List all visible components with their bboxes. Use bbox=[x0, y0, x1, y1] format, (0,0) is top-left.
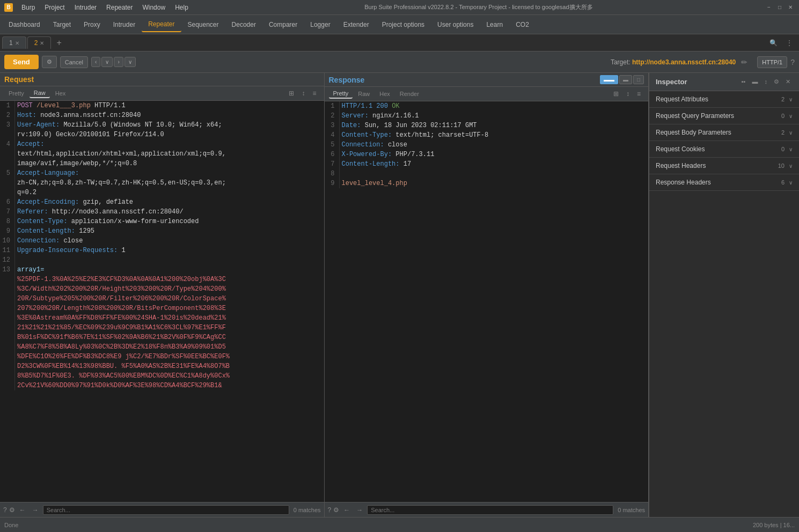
tab-2-close[interactable]: ✕ bbox=[40, 40, 44, 46]
line-number: 7 bbox=[325, 159, 340, 169]
response-search-prev-icon[interactable]: ← bbox=[341, 505, 352, 515]
line-number: 6 bbox=[325, 150, 340, 159]
request-tab-pretty[interactable]: Pretty bbox=[4, 89, 28, 98]
line-content: Connection: close bbox=[17, 236, 83, 246]
inspector-section-header-3[interactable]: Request Cookies0∨ bbox=[649, 141, 799, 157]
send-button[interactable]: Send bbox=[4, 55, 39, 69]
nav-forward-button[interactable]: › bbox=[114, 57, 123, 67]
inspector-icon-2[interactable]: ▬ bbox=[750, 77, 760, 86]
line-number bbox=[0, 381, 15, 390]
view-btn-split[interactable]: ▬▬ bbox=[600, 75, 618, 84]
request-tab-raw[interactable]: Raw bbox=[30, 88, 50, 98]
nav-dashboard[interactable]: Dashboard bbox=[2, 18, 47, 32]
request-tab-hex[interactable]: Hex bbox=[51, 89, 70, 98]
menu-repeater[interactable]: Repeater bbox=[102, 3, 137, 12]
nav-target[interactable]: Target bbox=[47, 18, 77, 32]
inspector-section-header-1[interactable]: Request Query Parameters0∨ bbox=[649, 108, 799, 124]
response-tab-pretty[interactable]: Pretty bbox=[329, 89, 353, 99]
response-search-help-icon[interactable]: ? bbox=[328, 506, 332, 514]
settings-button[interactable]: ⚙ bbox=[42, 56, 57, 68]
menu-burp[interactable]: Burp bbox=[17, 3, 39, 12]
line-content: %DFE%C1O%26%FE%DF%B3%DC8%E9 j%C2/%E7%BDr… bbox=[17, 352, 230, 361]
app-icon: B bbox=[4, 3, 13, 12]
line-number: 4 bbox=[0, 139, 15, 149]
request-format-icon-2[interactable]: ↕ bbox=[298, 88, 308, 98]
line-content: Referer: http://node3.anna.nssctf.cn:280… bbox=[17, 207, 184, 217]
response-format-icon-3[interactable]: ≡ bbox=[634, 89, 644, 99]
response-header: Response ▬▬ ▬ □ bbox=[325, 73, 649, 87]
menu-project[interactable]: Project bbox=[40, 3, 69, 12]
inspector-section-header-2[interactable]: Request Body Parameters2∨ bbox=[649, 124, 799, 141]
request-search-next-icon[interactable]: → bbox=[30, 505, 41, 515]
cancel-button[interactable]: Cancel bbox=[60, 56, 88, 68]
nav-learn[interactable]: Learn bbox=[480, 18, 509, 32]
tab-search-icon[interactable]: 🔍 bbox=[765, 37, 782, 49]
request-format-icon-1[interactable]: ⊞ bbox=[285, 88, 297, 98]
close-button[interactable]: ✕ bbox=[786, 3, 795, 12]
response-tab-raw[interactable]: Raw bbox=[354, 90, 374, 98]
response-search-next-icon[interactable]: → bbox=[354, 505, 365, 515]
nav-intruder[interactable]: Intruder bbox=[107, 18, 142, 32]
tab-1[interactable]: 1 ✕ bbox=[2, 36, 26, 49]
response-search-input[interactable] bbox=[367, 505, 613, 515]
request-search-input[interactable] bbox=[43, 505, 289, 515]
view-btn-full[interactable]: □ bbox=[633, 75, 644, 84]
response-tab-render[interactable]: Render bbox=[395, 90, 423, 98]
inspector-icon-1[interactable]: ▪▪ bbox=[739, 77, 748, 86]
line-content: q=0.2 bbox=[17, 188, 36, 197]
tab-1-close[interactable]: ✕ bbox=[15, 40, 19, 46]
nav-user-options[interactable]: User options bbox=[431, 18, 480, 32]
response-code-area[interactable]: 1HTTP/1.1 200 OK2Server: nginx/1.16.13Da… bbox=[325, 101, 649, 502]
line-number bbox=[0, 294, 15, 304]
menu-window[interactable]: Window bbox=[138, 3, 170, 12]
request-format-icon-3[interactable]: ≡ bbox=[309, 88, 319, 98]
nav-decoder[interactable]: Decoder bbox=[225, 18, 262, 32]
minimize-button[interactable]: − bbox=[765, 3, 773, 12]
response-tab-hex[interactable]: Hex bbox=[375, 90, 394, 98]
tab-2[interactable]: 2 ✕ bbox=[27, 36, 52, 49]
inspector-icon-4[interactable]: ⚙ bbox=[772, 77, 781, 86]
request-search-help-icon[interactable]: ? bbox=[3, 506, 7, 514]
nav-extender[interactable]: Extender bbox=[337, 18, 376, 32]
line-content: level_level_4.php bbox=[342, 179, 407, 188]
nav-back-prev-button[interactable]: ∨ bbox=[101, 57, 113, 67]
nav-sequencer[interactable]: Sequencer bbox=[181, 18, 225, 32]
inspector-section-header-5[interactable]: Response Headers6∨ bbox=[649, 174, 799, 190]
nav-forward-next-button[interactable]: ∨ bbox=[124, 57, 136, 67]
request-search-prev-icon[interactable]: ← bbox=[17, 505, 28, 515]
nav-logger[interactable]: Logger bbox=[304, 18, 336, 32]
nav-project-options[interactable]: Project options bbox=[376, 18, 431, 32]
inspector-icon-3[interactable]: ↕ bbox=[763, 77, 770, 86]
menu-help[interactable]: Help bbox=[171, 3, 193, 12]
response-format-icon-1[interactable]: ⊞ bbox=[610, 89, 622, 99]
nav-co2[interactable]: CO2 bbox=[509, 18, 536, 32]
nav-back-button[interactable]: ‹ bbox=[91, 57, 100, 67]
tab-add-button[interactable]: + bbox=[52, 36, 65, 50]
line-number bbox=[0, 178, 15, 188]
nav-comparer[interactable]: Comparer bbox=[262, 18, 304, 32]
inspector-close-icon[interactable]: ✕ bbox=[783, 77, 793, 86]
inspector-section-header-0[interactable]: Request Attributes2∨ bbox=[649, 91, 799, 107]
http-version-selector[interactable]: HTTP/1 bbox=[757, 56, 787, 68]
inspector-sections: Request Attributes2∨Request Query Parame… bbox=[649, 91, 799, 191]
maximize-button[interactable]: □ bbox=[775, 3, 784, 12]
request-search-settings-icon[interactable]: ⚙ bbox=[9, 506, 15, 514]
view-btn-single[interactable]: ▬ bbox=[619, 75, 632, 84]
line-content: 2Cv%21V%60%DD0%97%91%D0k%D0%AF%3E%98%CD%… bbox=[17, 381, 222, 390]
nav-proxy[interactable]: Proxy bbox=[77, 18, 107, 32]
line-number bbox=[0, 304, 15, 313]
line-content: Accept-Encoding: gzip, deflate bbox=[17, 197, 133, 207]
inspector-section-header-4[interactable]: Request Headers10∨ bbox=[649, 158, 799, 174]
title-bar: B Burp Project Intruder Repeater Window … bbox=[0, 0, 799, 15]
menu-intruder[interactable]: Intruder bbox=[70, 3, 101, 12]
request-code-area[interactable]: 1POST /Level___3.php HTTP/1.12Host: node… bbox=[0, 101, 324, 502]
help-icon[interactable]: ? bbox=[790, 58, 795, 66]
response-format-icon-2[interactable]: ↕ bbox=[623, 89, 633, 99]
nav-repeater[interactable]: Repeater bbox=[142, 17, 181, 32]
tab-more-icon[interactable]: ⋮ bbox=[782, 37, 797, 49]
target-edit-icon[interactable]: ✏ bbox=[739, 58, 750, 66]
response-search-settings-icon[interactable]: ⚙ bbox=[333, 506, 339, 514]
request-code-line: 2Host: node3.anna.nssctf.cn:28040 bbox=[0, 110, 324, 120]
inspector-panel: Inspector ▪▪ ▬ ↕ ⚙ ✕ Request Attributes2… bbox=[649, 73, 799, 517]
line-number bbox=[0, 149, 15, 159]
